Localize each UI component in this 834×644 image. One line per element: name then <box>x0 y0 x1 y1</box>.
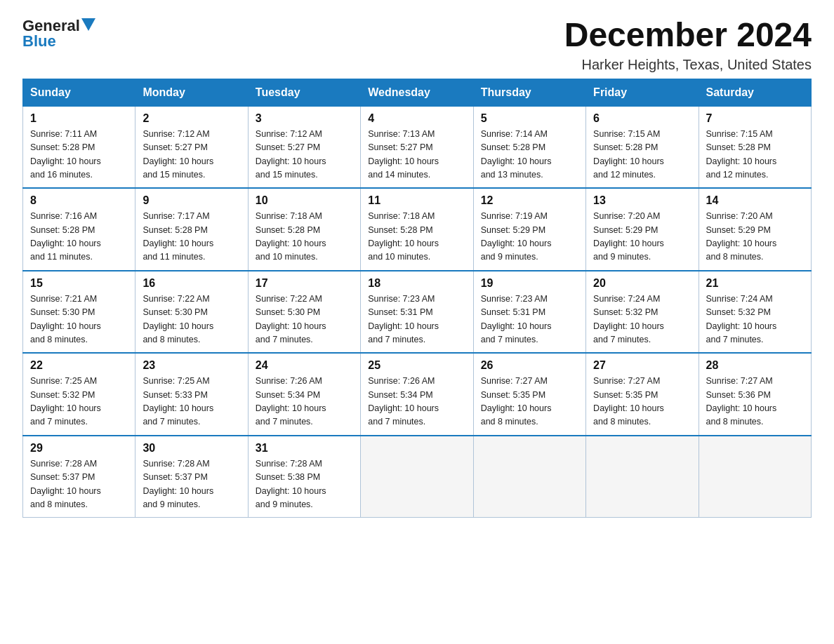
calendar-cell: 8Sunrise: 7:16 AMSunset: 5:28 PMDaylight… <box>23 188 135 271</box>
week-row-4: 22Sunrise: 7:25 AMSunset: 5:32 PMDayligh… <box>23 353 812 436</box>
calendar-cell: 22Sunrise: 7:25 AMSunset: 5:32 PMDayligh… <box>23 353 135 436</box>
calendar-cell: 4Sunrise: 7:13 AMSunset: 5:27 PMDaylight… <box>361 106 473 188</box>
day-number: 10 <box>256 194 353 207</box>
weekday-header-wednesday: Wednesday <box>361 79 473 106</box>
day-info: Sunrise: 7:15 AMSunset: 5:28 PMDaylight:… <box>593 128 691 182</box>
day-number: 12 <box>481 194 578 207</box>
week-row-1: 1Sunrise: 7:11 AMSunset: 5:28 PMDaylight… <box>23 106 812 188</box>
day-number: 28 <box>706 359 804 372</box>
day-info: Sunrise: 7:21 AMSunset: 5:30 PMDaylight:… <box>30 293 128 347</box>
day-info: Sunrise: 7:28 AMSunset: 5:38 PMDaylight:… <box>256 457 353 512</box>
day-number: 20 <box>593 277 691 290</box>
day-number: 1 <box>30 112 128 125</box>
day-info: Sunrise: 7:24 AMSunset: 5:32 PMDaylight:… <box>593 293 691 347</box>
calendar-cell: 12Sunrise: 7:19 AMSunset: 5:29 PMDayligh… <box>473 188 585 271</box>
calendar-table: SundayMondayTuesdayWednesdayThursdayFrid… <box>22 79 812 518</box>
logo-triangle-icon <box>81 18 95 31</box>
weekday-header-monday: Monday <box>135 79 248 106</box>
day-number: 16 <box>143 277 240 290</box>
calendar-cell: 7Sunrise: 7:15 AMSunset: 5:28 PMDaylight… <box>699 106 811 188</box>
weekday-header-row: SundayMondayTuesdayWednesdayThursdayFrid… <box>23 79 812 106</box>
calendar-cell: 31Sunrise: 7:28 AMSunset: 5:38 PMDayligh… <box>248 436 360 518</box>
day-number: 26 <box>481 359 578 372</box>
day-number: 31 <box>256 442 353 455</box>
day-number: 14 <box>706 194 804 207</box>
calendar-cell: 1Sunrise: 7:11 AMSunset: 5:28 PMDaylight… <box>23 106 135 188</box>
day-info: Sunrise: 7:16 AMSunset: 5:28 PMDaylight:… <box>30 210 128 264</box>
calendar-cell: 3Sunrise: 7:12 AMSunset: 5:27 PMDaylight… <box>248 106 360 188</box>
calendar-cell: 15Sunrise: 7:21 AMSunset: 5:30 PMDayligh… <box>23 271 135 354</box>
day-info: Sunrise: 7:28 AMSunset: 5:37 PMDaylight:… <box>143 457 240 512</box>
day-number: 11 <box>368 194 465 207</box>
day-info: Sunrise: 7:26 AMSunset: 5:34 PMDaylight:… <box>368 375 465 429</box>
weekday-header-tuesday: Tuesday <box>248 79 360 106</box>
day-number: 5 <box>481 112 578 125</box>
day-number: 4 <box>368 112 465 125</box>
day-info: Sunrise: 7:14 AMSunset: 5:28 PMDaylight:… <box>481 128 578 182</box>
day-info: Sunrise: 7:18 AMSunset: 5:28 PMDaylight:… <box>256 210 353 264</box>
week-row-2: 8Sunrise: 7:16 AMSunset: 5:28 PMDaylight… <box>23 188 812 271</box>
day-info: Sunrise: 7:27 AMSunset: 5:36 PMDaylight:… <box>706 375 804 429</box>
day-number: 25 <box>368 359 465 372</box>
calendar-cell: 6Sunrise: 7:15 AMSunset: 5:28 PMDaylight… <box>586 106 699 188</box>
calendar-cell <box>586 436 699 518</box>
weekday-header-sunday: Sunday <box>23 79 135 106</box>
week-row-5: 29Sunrise: 7:28 AMSunset: 5:37 PMDayligh… <box>23 436 812 518</box>
day-info: Sunrise: 7:25 AMSunset: 5:32 PMDaylight:… <box>30 375 128 429</box>
day-info: Sunrise: 7:26 AMSunset: 5:34 PMDaylight:… <box>256 375 353 429</box>
day-info: Sunrise: 7:27 AMSunset: 5:35 PMDaylight:… <box>593 375 691 429</box>
day-number: 9 <box>143 194 240 207</box>
day-number: 8 <box>30 194 128 207</box>
day-info: Sunrise: 7:18 AMSunset: 5:28 PMDaylight:… <box>368 210 465 264</box>
day-info: Sunrise: 7:22 AMSunset: 5:30 PMDaylight:… <box>256 293 353 347</box>
day-info: Sunrise: 7:12 AMSunset: 5:27 PMDaylight:… <box>143 128 240 182</box>
calendar-cell: 21Sunrise: 7:24 AMSunset: 5:32 PMDayligh… <box>699 271 811 354</box>
header: General Blue December 2024 Harker Height… <box>22 17 812 73</box>
calendar-cell: 26Sunrise: 7:27 AMSunset: 5:35 PMDayligh… <box>473 353 585 436</box>
day-number: 21 <box>706 277 804 290</box>
calendar-cell: 9Sunrise: 7:17 AMSunset: 5:28 PMDaylight… <box>135 188 248 271</box>
calendar-cell: 5Sunrise: 7:14 AMSunset: 5:28 PMDaylight… <box>473 106 585 188</box>
day-number: 27 <box>593 359 691 372</box>
calendar-cell: 16Sunrise: 7:22 AMSunset: 5:30 PMDayligh… <box>135 271 248 354</box>
weekday-header-friday: Friday <box>586 79 699 106</box>
month-title: December 2024 <box>564 17 812 54</box>
day-info: Sunrise: 7:19 AMSunset: 5:29 PMDaylight:… <box>481 210 578 264</box>
location-title: Harker Heights, Texas, United States <box>564 57 812 73</box>
calendar-cell: 20Sunrise: 7:24 AMSunset: 5:32 PMDayligh… <box>586 271 699 354</box>
week-row-3: 15Sunrise: 7:21 AMSunset: 5:30 PMDayligh… <box>23 271 812 354</box>
day-number: 29 <box>30 442 128 455</box>
weekday-header-thursday: Thursday <box>473 79 585 106</box>
calendar-cell: 27Sunrise: 7:27 AMSunset: 5:35 PMDayligh… <box>586 353 699 436</box>
day-info: Sunrise: 7:20 AMSunset: 5:29 PMDaylight:… <box>593 210 691 264</box>
day-number: 24 <box>256 359 353 372</box>
calendar-cell: 14Sunrise: 7:20 AMSunset: 5:29 PMDayligh… <box>699 188 811 271</box>
day-info: Sunrise: 7:17 AMSunset: 5:28 PMDaylight:… <box>143 210 240 264</box>
day-info: Sunrise: 7:20 AMSunset: 5:29 PMDaylight:… <box>706 210 804 264</box>
day-info: Sunrise: 7:12 AMSunset: 5:27 PMDaylight:… <box>256 128 353 182</box>
day-info: Sunrise: 7:23 AMSunset: 5:31 PMDaylight:… <box>481 293 578 347</box>
calendar-cell: 2Sunrise: 7:12 AMSunset: 5:27 PMDaylight… <box>135 106 248 188</box>
calendar-cell: 18Sunrise: 7:23 AMSunset: 5:31 PMDayligh… <box>361 271 473 354</box>
day-number: 17 <box>256 277 353 290</box>
logo-blue-text: Blue <box>22 32 56 51</box>
day-number: 19 <box>481 277 578 290</box>
calendar-cell: 13Sunrise: 7:20 AMSunset: 5:29 PMDayligh… <box>586 188 699 271</box>
title-block: December 2024 Harker Heights, Texas, Uni… <box>564 17 812 73</box>
day-number: 22 <box>30 359 128 372</box>
day-number: 13 <box>593 194 691 207</box>
calendar-cell: 30Sunrise: 7:28 AMSunset: 5:37 PMDayligh… <box>135 436 248 518</box>
day-info: Sunrise: 7:15 AMSunset: 5:28 PMDaylight:… <box>706 128 804 182</box>
day-info: Sunrise: 7:27 AMSunset: 5:35 PMDaylight:… <box>481 375 578 429</box>
day-info: Sunrise: 7:11 AMSunset: 5:28 PMDaylight:… <box>30 128 128 182</box>
day-number: 3 <box>256 112 353 125</box>
calendar-cell: 17Sunrise: 7:22 AMSunset: 5:30 PMDayligh… <box>248 271 360 354</box>
day-number: 6 <box>593 112 691 125</box>
svg-marker-0 <box>81 18 95 31</box>
day-info: Sunrise: 7:23 AMSunset: 5:31 PMDaylight:… <box>368 293 465 347</box>
day-number: 30 <box>143 442 240 455</box>
calendar-cell: 24Sunrise: 7:26 AMSunset: 5:34 PMDayligh… <box>248 353 360 436</box>
day-number: 2 <box>143 112 240 125</box>
day-info: Sunrise: 7:13 AMSunset: 5:27 PMDaylight:… <box>368 128 465 182</box>
calendar-cell: 29Sunrise: 7:28 AMSunset: 5:37 PMDayligh… <box>23 436 135 518</box>
